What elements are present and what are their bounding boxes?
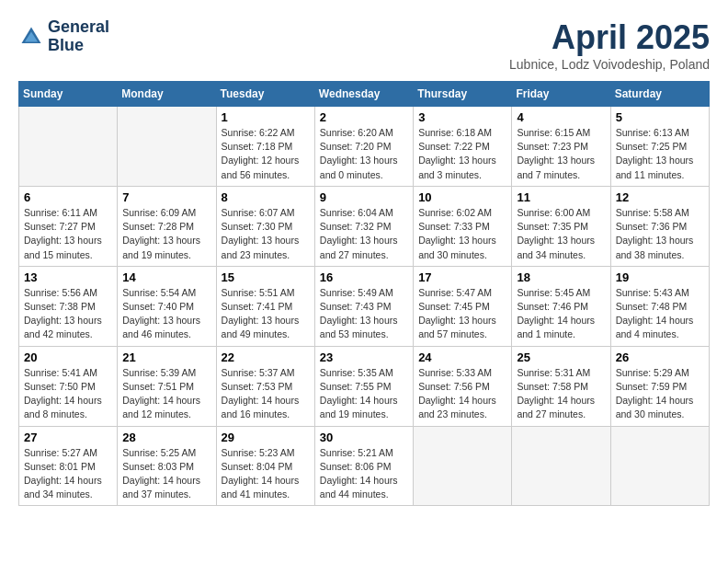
calendar-cell: 16Sunrise: 5:49 AMSunset: 7:43 PMDayligh… (314, 266, 413, 346)
calendar-cell: 28Sunrise: 5:25 AMSunset: 8:03 PMDayligh… (118, 426, 216, 506)
day-info: Sunrise: 5:49 AMSunset: 7:43 PMDaylight:… (320, 286, 408, 342)
calendar-cell (414, 426, 512, 506)
day-info: Sunrise: 5:33 AMSunset: 7:56 PMDaylight:… (418, 366, 506, 422)
calendar-cell: 26Sunrise: 5:29 AMSunset: 7:59 PMDayligh… (610, 346, 709, 426)
day-info: Sunrise: 6:07 AMSunset: 7:30 PMDaylight:… (222, 206, 310, 262)
title-section: April 2025 Lubnice, Lodz Voivodeship, Po… (509, 18, 710, 72)
day-info: Sunrise: 6:20 AMSunset: 7:20 PMDaylight:… (320, 126, 408, 182)
day-number: 27 (24, 431, 112, 444)
calendar-week-row: 20Sunrise: 5:41 AMSunset: 7:50 PMDayligh… (19, 346, 710, 426)
calendar-cell: 17Sunrise: 5:47 AMSunset: 7:45 PMDayligh… (414, 266, 512, 346)
calendar-cell: 11Sunrise: 6:00 AMSunset: 7:35 PMDayligh… (512, 186, 610, 266)
day-number: 30 (320, 431, 408, 444)
day-info: Sunrise: 5:31 AMSunset: 7:58 PMDaylight:… (517, 366, 605, 422)
calendar-cell: 29Sunrise: 5:23 AMSunset: 8:04 PMDayligh… (216, 426, 314, 506)
calendar-cell: 30Sunrise: 5:21 AMSunset: 8:06 PMDayligh… (314, 426, 413, 506)
day-number: 14 (122, 270, 210, 284)
calendar-cell: 6Sunrise: 6:11 AMSunset: 7:27 PMDaylight… (19, 186, 118, 266)
day-number: 25 (517, 350, 605, 364)
day-number: 28 (122, 431, 210, 444)
day-number: 17 (418, 270, 506, 284)
calendar-cell: 14Sunrise: 5:54 AMSunset: 7:40 PMDayligh… (118, 266, 216, 346)
calendar-cell (512, 426, 610, 506)
day-info: Sunrise: 5:25 AMSunset: 8:03 PMDaylight:… (122, 446, 210, 502)
day-number: 22 (222, 350, 310, 364)
calendar-cell: 2Sunrise: 6:20 AMSunset: 7:20 PMDaylight… (314, 107, 413, 187)
day-number: 19 (616, 270, 704, 284)
calendar-week-row: 6Sunrise: 6:11 AMSunset: 7:27 PMDaylight… (19, 186, 710, 266)
calendar-cell: 22Sunrise: 5:37 AMSunset: 7:53 PMDayligh… (216, 346, 314, 426)
calendar-table: SundayMondayTuesdayWednesdayThursdayFrid… (18, 81, 710, 506)
logo-line1: General (48, 18, 109, 37)
calendar-cell: 27Sunrise: 5:27 AMSunset: 8:01 PMDayligh… (19, 426, 118, 506)
day-info: Sunrise: 6:02 AMSunset: 7:33 PMDaylight:… (418, 206, 506, 262)
day-number: 7 (122, 190, 210, 204)
weekday-header: Wednesday (314, 82, 413, 107)
day-number: 12 (616, 190, 704, 204)
day-number: 1 (222, 110, 310, 124)
calendar-cell: 15Sunrise: 5:51 AMSunset: 7:41 PMDayligh… (216, 266, 314, 346)
day-number: 9 (320, 190, 408, 204)
day-info: Sunrise: 5:47 AMSunset: 7:45 PMDaylight:… (418, 286, 506, 342)
day-info: Sunrise: 5:35 AMSunset: 7:55 PMDaylight:… (320, 366, 408, 422)
day-info: Sunrise: 6:18 AMSunset: 7:22 PMDaylight:… (418, 126, 506, 182)
calendar-cell: 9Sunrise: 6:04 AMSunset: 7:32 PMDaylight… (314, 186, 413, 266)
day-info: Sunrise: 6:22 AMSunset: 7:18 PMDaylight:… (222, 126, 310, 182)
day-info: Sunrise: 5:23 AMSunset: 8:04 PMDaylight:… (222, 446, 310, 502)
day-info: Sunrise: 5:41 AMSunset: 7:50 PMDaylight:… (24, 366, 112, 422)
calendar-cell: 25Sunrise: 5:31 AMSunset: 7:58 PMDayligh… (512, 346, 610, 426)
logo-text: General Blue (48, 18, 109, 55)
weekday-header: Saturday (610, 82, 709, 107)
day-info: Sunrise: 5:37 AMSunset: 7:53 PMDaylight:… (222, 366, 310, 422)
weekday-header: Sunday (19, 82, 118, 107)
day-number: 18 (517, 270, 605, 284)
calendar-cell: 10Sunrise: 6:02 AMSunset: 7:33 PMDayligh… (414, 186, 512, 266)
calendar-cell: 4Sunrise: 6:15 AMSunset: 7:23 PMDaylight… (512, 107, 610, 187)
calendar-cell (118, 107, 216, 187)
day-number: 11 (517, 190, 605, 204)
day-number: 10 (418, 190, 506, 204)
calendar-cell: 7Sunrise: 6:09 AMSunset: 7:28 PMDaylight… (118, 186, 216, 266)
day-info: Sunrise: 5:45 AMSunset: 7:46 PMDaylight:… (517, 286, 605, 342)
day-info: Sunrise: 6:13 AMSunset: 7:25 PMDaylight:… (616, 126, 704, 182)
calendar-week-row: 1Sunrise: 6:22 AMSunset: 7:18 PMDaylight… (19, 107, 710, 187)
day-info: Sunrise: 5:29 AMSunset: 7:59 PMDaylight:… (616, 366, 704, 422)
calendar-week-row: 27Sunrise: 5:27 AMSunset: 8:01 PMDayligh… (19, 426, 710, 506)
calendar-cell: 1Sunrise: 6:22 AMSunset: 7:18 PMDaylight… (216, 107, 314, 187)
day-info: Sunrise: 6:04 AMSunset: 7:32 PMDaylight:… (320, 206, 408, 262)
weekday-header: Monday (118, 82, 216, 107)
day-number: 6 (24, 190, 112, 204)
day-number: 5 (616, 110, 704, 124)
day-info: Sunrise: 6:15 AMSunset: 7:23 PMDaylight:… (517, 126, 605, 182)
day-info: Sunrise: 5:43 AMSunset: 7:48 PMDaylight:… (616, 286, 704, 342)
calendar-cell: 13Sunrise: 5:56 AMSunset: 7:38 PMDayligh… (19, 266, 118, 346)
calendar-cell: 23Sunrise: 5:35 AMSunset: 7:55 PMDayligh… (314, 346, 413, 426)
calendar-cell: 20Sunrise: 5:41 AMSunset: 7:50 PMDayligh… (19, 346, 118, 426)
day-number: 24 (418, 350, 506, 364)
weekday-header: Tuesday (216, 82, 314, 107)
day-number: 20 (24, 350, 112, 364)
calendar-cell: 21Sunrise: 5:39 AMSunset: 7:51 PMDayligh… (118, 346, 216, 426)
day-number: 21 (122, 350, 210, 364)
page-header: General Blue April 2025 Lubnice, Lodz Vo… (18, 18, 710, 72)
day-info: Sunrise: 5:51 AMSunset: 7:41 PMDaylight:… (222, 286, 310, 342)
day-info: Sunrise: 6:11 AMSunset: 7:27 PMDaylight:… (24, 206, 112, 262)
logo-line2: Blue (48, 37, 109, 55)
calendar-cell: 8Sunrise: 6:07 AMSunset: 7:30 PMDaylight… (216, 186, 314, 266)
day-info: Sunrise: 6:09 AMSunset: 7:28 PMDaylight:… (122, 206, 210, 262)
day-number: 3 (418, 110, 506, 124)
calendar-cell: 5Sunrise: 6:13 AMSunset: 7:25 PMDaylight… (610, 107, 709, 187)
day-number: 8 (222, 190, 310, 204)
calendar-cell: 19Sunrise: 5:43 AMSunset: 7:48 PMDayligh… (610, 266, 709, 346)
calendar-cell (19, 107, 118, 187)
calendar-cell (610, 426, 709, 506)
day-number: 2 (320, 110, 408, 124)
day-info: Sunrise: 5:21 AMSunset: 8:06 PMDaylight:… (320, 446, 408, 502)
weekday-header: Thursday (414, 82, 512, 107)
month-title: April 2025 (509, 18, 710, 57)
logo-icon (18, 24, 44, 50)
day-number: 4 (517, 110, 605, 124)
location: Lubnice, Lodz Voivodeship, Poland (509, 57, 710, 72)
day-info: Sunrise: 5:58 AMSunset: 7:36 PMDaylight:… (616, 206, 704, 262)
weekday-header-row: SundayMondayTuesdayWednesdayThursdayFrid… (19, 82, 710, 107)
